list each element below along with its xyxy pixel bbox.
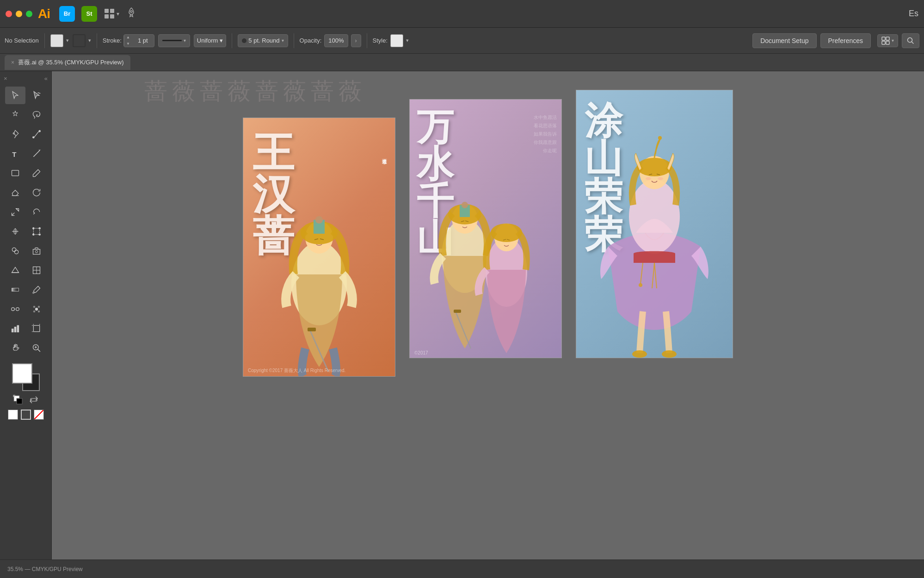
pen-tool[interactable] xyxy=(5,125,25,143)
tab-title: 蔷薇.ai @ 35.5% (CMYK/GPU Preview) xyxy=(18,58,123,67)
fill-mode-icon[interactable] xyxy=(8,410,18,420)
fill-color-box[interactable] xyxy=(50,34,63,47)
svg-point-34 xyxy=(33,306,35,307)
mesh-tool[interactable] xyxy=(26,261,47,279)
tab-close-button[interactable]: × xyxy=(11,59,14,66)
tool-row-12 xyxy=(0,299,51,319)
document-tab[interactable]: × 蔷薇.ai @ 35.5% (CMYK/GPU Preview) xyxy=(5,55,130,70)
fill-section[interactable]: ▾ xyxy=(50,34,69,47)
uniform-select[interactable]: Uniform ▾ xyxy=(194,34,227,47)
preferences-button[interactable]: Preferences xyxy=(820,33,871,48)
minimize-button[interactable] xyxy=(16,11,22,17)
toolbar: No Selection ▾ ▾ Stroke: ▲ ▼ 1 pt ▾ Unif… xyxy=(0,28,924,54)
zoom-tool[interactable] xyxy=(26,339,47,357)
svg-point-80 xyxy=(632,350,647,358)
stroke-color-box[interactable] xyxy=(73,34,86,47)
swap-colors-icon[interactable] xyxy=(28,394,40,406)
svg-point-75 xyxy=(658,136,662,140)
foreground-color-swatch[interactable] xyxy=(12,363,32,384)
pencil-tool[interactable] xyxy=(26,164,47,182)
svg-point-35 xyxy=(38,306,39,307)
type-tool[interactable]: T xyxy=(5,145,25,162)
workspace-button[interactable]: ▾ xyxy=(877,34,898,47)
svg-rect-39 xyxy=(14,327,16,332)
svg-rect-14 xyxy=(12,170,18,176)
stroke-box-chevron[interactable]: ▾ xyxy=(88,37,91,44)
no-selection-label: No Selection xyxy=(5,37,39,44)
opacity-arrow[interactable]: › xyxy=(351,34,361,47)
stroke-box-section[interactable]: ▾ xyxy=(73,34,91,47)
workspace-chevron[interactable]: ▾ xyxy=(892,38,894,43)
grid-view-icon[interactable]: ▾ xyxy=(104,8,119,20)
style-chevron[interactable]: ▾ xyxy=(406,37,409,44)
style-label: Style: xyxy=(373,37,388,44)
eraser-tool[interactable] xyxy=(5,184,25,201)
round-cap-select[interactable]: 5 pt. Round ▾ xyxy=(238,34,288,47)
default-colors-icon[interactable] xyxy=(12,394,24,406)
none-mode-icon[interactable] xyxy=(34,410,44,420)
width-tool[interactable] xyxy=(5,223,25,240)
gradient-tool[interactable] xyxy=(5,281,25,298)
svg-point-24 xyxy=(35,250,37,253)
free-transform-tool[interactable] xyxy=(26,223,47,240)
canvas-bg-text: 蔷薇蔷薇蔷薇蔷薇 xyxy=(144,76,366,107)
live-paint-tool[interactable] xyxy=(26,242,47,260)
warp-tool[interactable] xyxy=(26,203,47,221)
tool-row-7 xyxy=(0,202,51,222)
svg-point-12 xyxy=(39,131,40,132)
stroke-weight-spinbox[interactable]: ▲ ▼ 1 pt xyxy=(123,34,154,47)
shape-builder-tool[interactable] xyxy=(5,242,25,260)
style-color-box[interactable] xyxy=(390,34,403,47)
artwork2-copyright: ©2017 xyxy=(414,350,428,355)
round-chevron[interactable]: ▾ xyxy=(282,38,284,43)
symbol-sprayer-tool[interactable] xyxy=(26,300,47,318)
hand-tool[interactable] xyxy=(5,339,25,357)
svg-point-30 xyxy=(32,292,34,293)
toolbox-close-button[interactable]: × xyxy=(4,75,7,82)
stroke-spinbox-arrows[interactable]: ▲ ▼ xyxy=(124,34,132,47)
eyedropper-tool[interactable] xyxy=(26,281,47,298)
svg-point-20 xyxy=(39,234,40,235)
svg-rect-48 xyxy=(17,398,22,404)
fill-chevron[interactable]: ▾ xyxy=(66,37,69,44)
selection-tool[interactable] xyxy=(5,87,25,104)
toolbox-collapse-button[interactable]: « xyxy=(44,75,48,82)
opacity-value[interactable]: 100% xyxy=(324,34,348,47)
stroke-line-style[interactable]: ▾ xyxy=(158,34,190,47)
search-button[interactable] xyxy=(902,33,919,48)
toolbox-header: × « xyxy=(0,73,51,86)
tool-row-5 xyxy=(0,163,51,183)
stroke-line-chevron[interactable]: ▾ xyxy=(184,38,186,43)
blend-tool[interactable] xyxy=(5,300,25,318)
maximize-button[interactable] xyxy=(26,11,32,17)
close-button[interactable] xyxy=(6,11,12,17)
artwork3-character xyxy=(599,126,710,358)
tool-row-8 xyxy=(0,222,51,241)
graph-tool[interactable] xyxy=(5,320,25,337)
tool-row-3 xyxy=(0,124,51,144)
curvature-tool[interactable] xyxy=(26,125,47,143)
scale-tool[interactable] xyxy=(5,203,25,221)
rocket-icon[interactable] xyxy=(126,7,137,20)
lasso-tool[interactable] xyxy=(26,106,47,124)
rotate-tool[interactable] xyxy=(26,184,47,201)
stroke-up-arrow[interactable]: ▲ xyxy=(124,34,132,41)
perspective-tool[interactable] xyxy=(5,261,25,279)
stroke-weight-input[interactable]: 1 pt xyxy=(132,37,154,44)
document-setup-button[interactable]: Document Setup xyxy=(752,33,816,48)
direct-selection-tool[interactable] xyxy=(26,87,47,104)
opacity-section: Opacity: 100% › xyxy=(300,34,361,47)
stock-icon[interactable]: St xyxy=(81,6,97,22)
toolbar-separator-4 xyxy=(294,33,294,48)
svg-point-72 xyxy=(629,180,680,254)
bridge-icon[interactable]: Br xyxy=(59,6,75,22)
rectangle-tool[interactable] xyxy=(5,164,25,182)
artwork-card-3: 涂山荣荣 xyxy=(576,90,733,358)
line-tool[interactable] xyxy=(26,145,47,162)
stroke-mode-icon[interactable] xyxy=(21,410,31,420)
magic-wand-tool[interactable] xyxy=(5,106,25,124)
stroke-down-arrow[interactable]: ▼ xyxy=(124,41,132,47)
uniform-chevron[interactable]: ▾ xyxy=(220,37,223,44)
svg-rect-41 xyxy=(33,325,39,331)
artboard-tool[interactable] xyxy=(26,320,47,337)
